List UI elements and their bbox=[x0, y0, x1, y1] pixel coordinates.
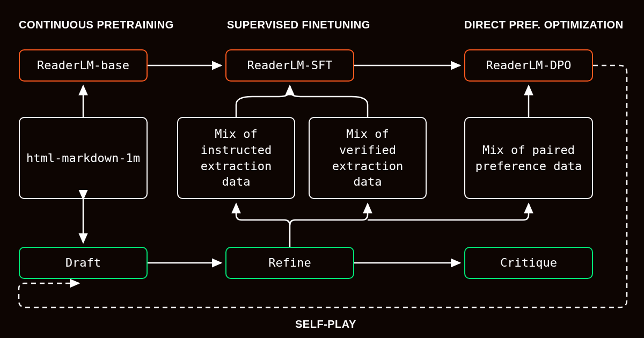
heading-sft: Supervised Finetuning bbox=[227, 19, 370, 31]
brace-right bbox=[290, 90, 368, 117]
box-readerlm-dpo: ReaderLM-DPO bbox=[464, 49, 593, 82]
box-critique: Critique bbox=[464, 247, 593, 279]
box-mix-instructed: Mix of instructed extraction data bbox=[177, 117, 295, 199]
box-refine: Refine bbox=[225, 247, 354, 279]
arrow-refine-to-instructed bbox=[236, 204, 290, 247]
heading-pretraining: Continuous Pretraining bbox=[19, 19, 174, 31]
box-mix-verified: Mix of verified extraction data bbox=[309, 117, 427, 199]
arrow-rail-to-paired bbox=[368, 204, 529, 220]
brace-left bbox=[236, 86, 290, 117]
heading-dpo: Direct Pref. Optimization bbox=[464, 19, 624, 31]
box-html-markdown: html-markdown-1m bbox=[19, 117, 148, 199]
arrow-refine-to-verified bbox=[290, 204, 368, 225]
box-readerlm-sft: ReaderLM-SFT bbox=[225, 49, 354, 82]
heading-selfplay: Self-Play bbox=[295, 318, 356, 330]
box-mix-paired: Mix of paired preference data bbox=[464, 117, 593, 199]
box-draft: Draft bbox=[19, 247, 148, 279]
box-readerlm-base: ReaderLM-base bbox=[19, 49, 148, 82]
